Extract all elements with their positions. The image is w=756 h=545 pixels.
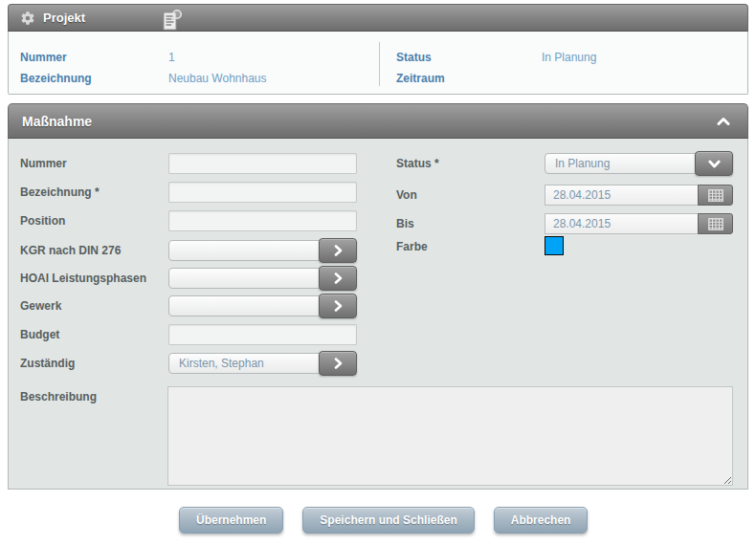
massnahme-panel-title: Maßnahme xyxy=(22,114,92,129)
zustaendig-picker-button[interactable] xyxy=(319,351,357,376)
gewerk-picker xyxy=(168,294,357,318)
projekt-bezeichnung-value: Neubau Wohnhaus xyxy=(168,72,267,86)
gewerk-picker-button[interactable] xyxy=(319,294,357,318)
farbe-color-swatch[interactable] xyxy=(545,236,564,255)
position-input[interactable] xyxy=(168,210,357,231)
app-window: Projekt Nummer 1 Bezeichnung Neubau Wohn… xyxy=(0,0,756,545)
projekt-zeitraum-label: Zeitraum xyxy=(396,72,445,86)
kgr-picker xyxy=(168,238,357,263)
status-dropdown: In Planung xyxy=(545,151,733,176)
projekt-info-body: Nummer 1 Bezeichnung Neubau Wohnhaus Sta… xyxy=(8,32,748,95)
bis-date-value[interactable]: 28.04.2015 xyxy=(545,213,699,234)
footer-button-bar: Übernehmen Speichern und Schließen Abbre… xyxy=(179,507,588,534)
projekt-status-value: In Planung xyxy=(542,51,596,65)
chevron-right-icon xyxy=(334,300,343,312)
projekt-status-label: Status xyxy=(396,51,432,65)
kgr-picker-button[interactable] xyxy=(319,238,357,263)
calendar-icon xyxy=(708,218,723,230)
collapse-panel-button[interactable] xyxy=(713,114,734,129)
massnahme-panel: Maßnahme Nummer Bezeichnung * Position K… xyxy=(8,103,748,490)
gear-icon xyxy=(20,11,35,26)
chevron-down-icon xyxy=(708,160,721,168)
chevron-right-icon xyxy=(334,358,343,369)
von-label: Von xyxy=(396,185,417,206)
calendar-icon xyxy=(708,189,723,202)
zustaendig-label: Zuständig xyxy=(20,351,75,376)
uebernehmen-button[interactable]: Übernehmen xyxy=(179,507,283,534)
von-date-field: 28.04.2015 xyxy=(545,185,733,206)
massnahme-panel-header: Maßnahme xyxy=(8,103,748,139)
bezeichnung-input[interactable] xyxy=(168,182,357,203)
bis-calendar-button[interactable] xyxy=(698,213,733,234)
chevron-up-icon xyxy=(717,117,730,126)
kgr-label: KGR nach DIN 276 xyxy=(20,238,121,263)
chevron-right-icon xyxy=(334,272,343,284)
bis-date-field: 28.04.2015 xyxy=(545,213,733,234)
gewerk-label: Gewerk xyxy=(20,294,61,318)
budget-label: Budget xyxy=(20,324,59,345)
kgr-picker-value[interactable] xyxy=(168,240,324,261)
position-label: Position xyxy=(20,210,65,231)
speichern-und-schliessen-button[interactable]: Speichern und Schließen xyxy=(302,507,474,534)
status-dropdown-value[interactable]: In Planung xyxy=(545,153,700,174)
column-divider xyxy=(379,42,380,86)
hoai-label: HOAI Leistungsphasen xyxy=(20,266,146,291)
nummer-input[interactable] xyxy=(168,153,357,174)
hoai-picker-value[interactable] xyxy=(168,268,324,289)
von-date-value[interactable]: 28.04.2015 xyxy=(545,185,699,206)
hoai-picker xyxy=(168,266,357,291)
projekt-panel: Projekt Nummer 1 Bezeichnung Neubau Wohn… xyxy=(8,4,748,95)
budget-input[interactable] xyxy=(168,324,357,345)
projekt-nummer-value: 1 xyxy=(168,51,175,65)
chevron-right-icon xyxy=(334,245,343,256)
beschreibung-textarea[interactable] xyxy=(167,386,733,486)
document-search-icon[interactable] xyxy=(161,8,184,33)
zustaendig-picker-value[interactable]: Kirsten, Stephan xyxy=(168,353,324,374)
status-label: Status * xyxy=(396,151,439,176)
gewerk-picker-value[interactable] xyxy=(168,295,324,316)
bezeichnung-label: Bezeichnung * xyxy=(20,182,100,203)
farbe-label: Farbe xyxy=(396,236,428,257)
beschreibung-label: Beschreibung xyxy=(20,390,97,403)
bis-label: Bis xyxy=(396,213,414,234)
nummer-label: Nummer xyxy=(20,153,67,174)
massnahme-form-body: Nummer Bezeichnung * Position KGR nach D… xyxy=(8,139,748,490)
projekt-bezeichnung-label: Bezeichnung xyxy=(20,72,92,86)
zustaendig-picker: Kirsten, Stephan xyxy=(168,351,357,376)
abbrechen-button[interactable]: Abbrechen xyxy=(494,507,589,534)
projekt-panel-title: Projekt xyxy=(43,11,85,25)
von-calendar-button[interactable] xyxy=(698,185,733,206)
status-dropdown-button[interactable] xyxy=(695,151,733,176)
projekt-panel-header: Projekt xyxy=(8,4,748,32)
projekt-nummer-label: Nummer xyxy=(20,51,67,65)
hoai-picker-button[interactable] xyxy=(319,266,357,291)
